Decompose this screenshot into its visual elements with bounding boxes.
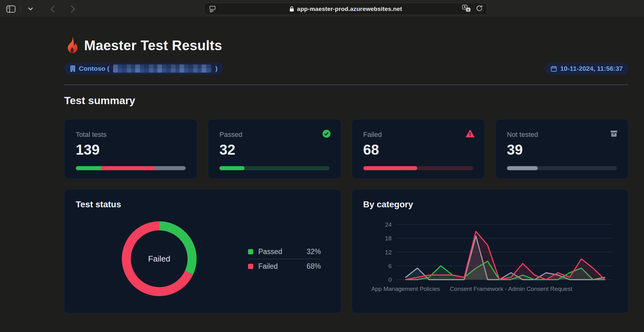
page-title: Maester Test Results <box>84 38 222 53</box>
page-body: Maester Test Results Contoso ( ) <box>0 18 644 332</box>
stat-value: 68 <box>363 141 473 158</box>
failed-swatch-icon <box>248 264 253 269</box>
building-icon <box>70 65 76 72</box>
passed-progress-bar <box>219 166 329 170</box>
svg-text:Consent Framework - Admin Cons: Consent Framework - Admin Consent Reques… <box>450 286 572 292</box>
chevron-down-icon <box>28 7 33 11</box>
stat-label: Total tests <box>76 131 186 139</box>
timestamp-text: 10-11-2024, 11:56:37 <box>560 65 623 72</box>
toolbar-divider <box>21 5 21 13</box>
address-bar[interactable]: app-maester-prod.azurewebsites.net A x <box>204 3 488 15</box>
not-tested-card: Not tested 39 <box>495 119 628 179</box>
test-status-heading: Test status <box>76 200 121 209</box>
back-arrow-icon <box>50 5 55 13</box>
svg-text:0: 0 <box>388 277 392 283</box>
url-text: app-maester-prod.azurewebsites.net <box>297 6 402 12</box>
stat-value: 32 <box>219 141 329 158</box>
calendar-icon <box>551 65 557 72</box>
warning-triangle-icon <box>466 129 475 139</box>
legend-label: Passed <box>258 248 307 256</box>
svg-text:12: 12 <box>385 249 391 256</box>
failed-card: Failed 68 <box>352 119 485 179</box>
svg-text:6: 6 <box>388 263 392 269</box>
page-format-icon <box>209 5 216 13</box>
svg-text:A: A <box>464 5 466 9</box>
reader-view-button[interactable] <box>209 5 216 13</box>
forward-button[interactable] <box>68 4 78 14</box>
stat-value: 39 <box>507 141 617 158</box>
back-button[interactable] <box>47 4 58 14</box>
failed-progress-bar <box>363 166 473 170</box>
stat-value: 139 <box>76 141 186 158</box>
not-tested-progress-bar <box>507 166 617 170</box>
tenant-id-redacted <box>113 65 212 73</box>
stat-label: Failed <box>363 131 473 139</box>
reload-button[interactable] <box>476 5 483 13</box>
total-progress-bar <box>76 166 186 170</box>
sidebar-icon <box>6 5 16 13</box>
total-tests-card: Total tests 139 <box>64 119 197 179</box>
timestamp-badge: 10-11-2024, 11:56:37 <box>545 63 628 75</box>
tenant-name: Contoso ( <box>79 65 109 72</box>
stat-label: Not tested <box>507 131 617 139</box>
sidebar-menu-chevron[interactable] <box>25 4 36 14</box>
translate-icon: A x <box>462 5 471 12</box>
svg-text:x: x <box>467 8 469 11</box>
check-circle-icon <box>322 129 331 139</box>
legend-label: Failed <box>258 262 307 271</box>
passed-card: Passed 32 <box>208 119 341 179</box>
stat-label: Passed <box>219 131 329 139</box>
chart-cards: Test status Failed Passed 32% Failed <box>64 189 628 313</box>
test-summary-heading: Test summary <box>64 94 628 107</box>
svg-text:18: 18 <box>385 235 391 242</box>
translate-button[interactable]: A x <box>462 5 471 13</box>
page-header: Maester Test Results <box>64 18 628 55</box>
svg-text:App Management Policies: App Management Policies <box>371 286 440 292</box>
forward-arrow-icon <box>71 5 75 13</box>
legend-value: 32% <box>307 248 321 256</box>
legend-row-failed: Failed 68% <box>248 259 321 273</box>
header-divider <box>64 84 628 85</box>
summary-cards: Total tests 139 Passed 32 Failed 68 <box>64 119 628 179</box>
by-category-card: By category 06121824App Management Polic… <box>352 189 629 313</box>
test-status-card: Test status Failed Passed 32% Failed <box>64 189 341 313</box>
archive-box-icon <box>610 129 618 139</box>
tenant-badge: Contoso ( ) <box>64 63 223 75</box>
lock-icon <box>289 6 294 12</box>
browser-chrome: app-maester-prod.azurewebsites.net A x <box>0 0 644 18</box>
tenant-suffix: ) <box>215 65 217 72</box>
test-status-donut-chart: Failed <box>122 221 197 296</box>
donut-legend: Passed 32% Failed 68% <box>248 244 321 273</box>
svg-text:24: 24 <box>385 221 392 228</box>
donut-center-label: Failed <box>122 221 197 296</box>
legend-row-passed: Passed 32% <box>248 244 321 259</box>
maester-flame-logo-icon <box>64 36 80 55</box>
legend-value: 68% <box>307 262 321 271</box>
by-category-line-chart: 06121824App Management PoliciesConsent F… <box>352 190 629 314</box>
sidebar-toggle-button[interactable] <box>6 4 16 14</box>
passed-swatch-icon <box>248 249 253 254</box>
reload-icon <box>476 5 483 12</box>
